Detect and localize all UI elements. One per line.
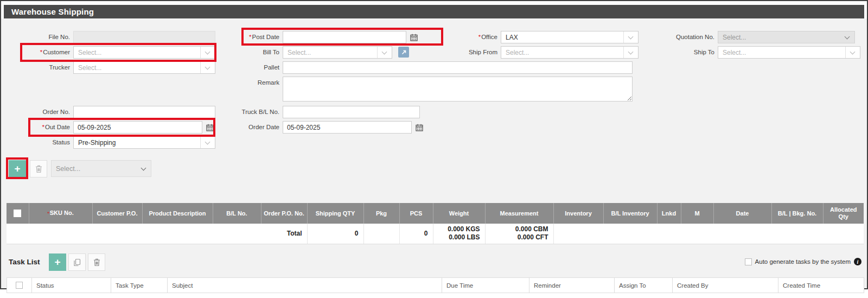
required-mark: * <box>249 34 251 40</box>
delete-item-button[interactable] <box>30 160 47 177</box>
col-bl-inventory: B/L Inventory <box>603 203 657 224</box>
task-select-all-checkbox[interactable] <box>16 282 23 289</box>
chevron-down-icon <box>382 49 387 55</box>
required-mark: * <box>478 34 481 40</box>
order-date-label: Order Date <box>229 121 279 131</box>
out-date-calendar-icon[interactable] <box>205 122 215 133</box>
select-all-checkbox[interactable] <box>14 210 21 217</box>
col-inventory: Inventory <box>553 203 603 224</box>
field-order-no: Order No. <box>23 106 215 118</box>
order-date-input[interactable] <box>283 121 412 134</box>
col-allocated-qty: Allocated Qty <box>823 203 864 224</box>
plus-icon: + <box>54 256 60 268</box>
out-date-label: Out Date <box>45 124 70 130</box>
field-status: Status Pre-Shipping <box>23 136 215 149</box>
ship-to-select[interactable]: Select... <box>718 46 860 59</box>
post-date-label: Post Date <box>252 34 280 40</box>
task-col-task-type: Task Type <box>111 278 168 293</box>
trucker-placeholder: Select... <box>74 64 200 72</box>
field-quotation-no: Quotation No. Select... <box>658 31 855 43</box>
quotation-no-label: Quotation No. <box>658 31 714 41</box>
delete-task-button[interactable] <box>88 253 105 271</box>
col-measurement: Measurement <box>485 203 553 224</box>
auto-generate-tasks-group: Auto generate tasks by the system i <box>745 258 861 265</box>
chevron-down-icon <box>205 65 210 70</box>
out-date-input[interactable] <box>73 121 202 134</box>
quotation-no-placeholder: Select... <box>718 34 840 41</box>
field-trucker: Trucker Select... <box>23 61 215 74</box>
col-product-description: Product Description <box>142 203 213 224</box>
quotation-no-select: Select... <box>718 31 855 43</box>
item-action-select[interactable]: Select... <box>51 160 151 177</box>
ship-from-placeholder: Select... <box>501 49 623 56</box>
task-col-created-by: Created By <box>673 278 778 293</box>
task-col-subject: Subject <box>168 278 442 293</box>
remark-label: Remark <box>229 77 279 86</box>
ship-from-select[interactable]: Select... <box>501 46 639 59</box>
customer-select[interactable]: Select... <box>73 46 215 59</box>
bill-to-select[interactable]: Select... <box>283 46 392 59</box>
item-action-placeholder: Select... <box>52 165 137 173</box>
page-title-bar: Warehouse Shipping <box>4 5 864 18</box>
required-mark: * <box>40 49 42 55</box>
file-no-input <box>73 31 215 43</box>
auto-generate-tasks-label: Auto generate tasks by the system <box>755 258 851 265</box>
task-col-status: Status <box>32 278 111 293</box>
field-out-date: *Out Date <box>23 121 215 134</box>
col-lnkd: Lnkd <box>657 203 681 224</box>
col-weight: Weight <box>433 203 485 224</box>
total-measurement: 0.000 CBM 0.000 CFT <box>485 224 553 244</box>
field-pallet: Pallet <box>229 61 633 74</box>
pallet-input[interactable] <box>283 61 633 74</box>
order-date-calendar-icon[interactable] <box>414 122 424 133</box>
field-bill-to: Bill To Select... <box>229 46 409 59</box>
auto-generate-tasks-checkbox[interactable] <box>745 258 752 265</box>
items-total-row: Total 0 0 0.000 KGS 0.000 LBS 0.000 CBM … <box>7 224 864 244</box>
chevron-down-icon <box>628 49 634 55</box>
ship-from-label: Ship From <box>446 46 497 56</box>
status-label: Status <box>23 136 70 146</box>
post-date-input[interactable] <box>283 31 406 43</box>
truck-bl-no-label: Truck B/L No. <box>229 106 279 116</box>
field-remark: Remark <box>229 77 633 102</box>
post-date-calendar-icon[interactable] <box>409 32 419 43</box>
add-task-button[interactable]: + <box>49 253 66 271</box>
items-header-row: *SKU No. Customer P.O. Product Descripti… <box>7 203 864 224</box>
field-office: *Office LAX <box>446 31 639 43</box>
task-select-all-cell <box>7 278 32 293</box>
task-header-row: Status Task Type Subject Due Time Remind… <box>7 278 864 293</box>
plus-icon: + <box>14 163 20 175</box>
bill-to-open-link-button[interactable] <box>398 47 409 58</box>
total-shipping-qty: 0 <box>307 224 363 244</box>
col-order-po-no: Order P.O. No. <box>261 203 307 224</box>
office-select[interactable]: LAX <box>501 31 639 43</box>
status-select[interactable]: Pre-Shipping <box>73 136 215 149</box>
status-value: Pre-Shipping <box>74 139 200 147</box>
remark-textarea[interactable] <box>283 77 633 102</box>
page-title: Warehouse Shipping <box>11 7 94 16</box>
col-bl-no: B/L No. <box>213 203 261 224</box>
col-shipping-qty: Shipping QTY <box>307 203 363 224</box>
order-no-input[interactable] <box>73 106 215 118</box>
truck-bl-no-input[interactable] <box>283 106 420 118</box>
total-pcs: 0 <box>399 224 433 244</box>
required-mark: * <box>42 124 44 130</box>
task-col-reminder: Reminder <box>529 278 615 293</box>
col-pcs: PCS <box>399 203 433 224</box>
col-date: Date <box>713 203 771 224</box>
task-list-title: Task List <box>9 258 40 266</box>
copy-task-button[interactable] <box>68 253 86 271</box>
trucker-select[interactable]: Select... <box>73 61 215 74</box>
trucker-label: Trucker <box>23 61 70 71</box>
chevron-down-icon <box>850 49 856 55</box>
info-icon[interactable]: i <box>854 258 861 265</box>
total-label: Total <box>261 224 307 244</box>
add-item-button[interactable]: + <box>9 160 26 177</box>
trash-icon <box>35 165 42 173</box>
ship-to-label: Ship To <box>658 46 714 56</box>
col-bl-bkg-no: B/L | Bkg. No. <box>771 203 823 224</box>
trash-icon <box>93 258 100 267</box>
task-col-created-time: Created Time <box>778 278 864 293</box>
col-customer-po: Customer P.O. <box>92 203 142 224</box>
task-table: Status Task Type Subject Due Time Remind… <box>7 277 864 293</box>
